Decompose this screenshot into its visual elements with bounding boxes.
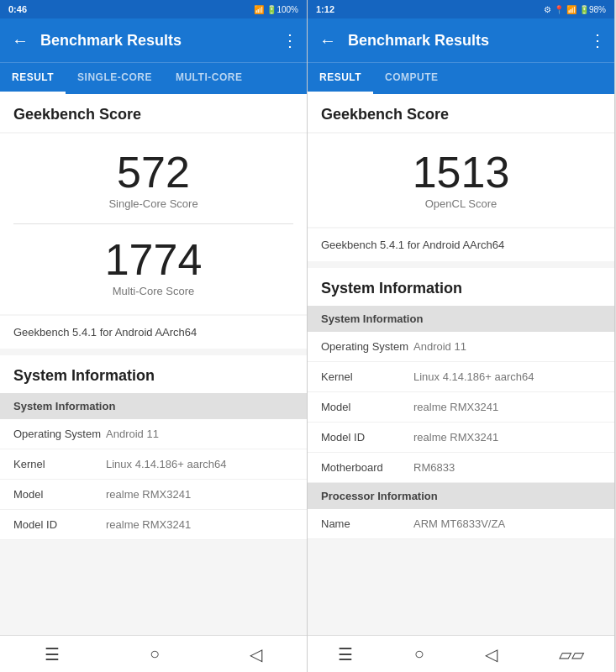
nav-bar-left: ☰ ○ ◁: [0, 635, 307, 672]
single-core-label: Single-Core Score: [108, 197, 197, 210]
sys-info-right: System Information System Information Op…: [308, 268, 614, 539]
info-key-modelid-left: Model ID: [13, 518, 106, 531]
info-row-os-right: Operating System Android 11: [308, 332, 614, 362]
tab-bar-left: RESULT SINGLE-CORE MULTI-CORE: [0, 62, 307, 94]
nav-menu-left[interactable]: ☰: [45, 644, 60, 664]
info-key-model-left: Model: [13, 488, 106, 501]
wifi-icon: 📶: [254, 5, 264, 14]
panel-right: 1:12 ⚙ 📍 📶 🔋98% ← Benchmark Results ⋮ RE…: [308, 0, 615, 672]
geekbench-version-right: Geekbench 5.4.1 for Android AArch64: [308, 228, 614, 261]
info-key-os-right: Operating System: [321, 340, 413, 353]
info-group-header-left: System Information: [0, 393, 307, 419]
back-button-left[interactable]: ←: [8, 28, 32, 54]
geekbench-title-left: Geekbench Score: [13, 106, 293, 123]
info-group-header-right2: Processor Information: [308, 483, 614, 509]
opencl-label: OpenCL Score: [425, 197, 498, 210]
toolbar-right: ← Benchmark Results ⋮: [308, 18, 614, 62]
nav-home-left[interactable]: ○: [150, 644, 160, 664]
tab-result-left[interactable]: RESULT: [0, 63, 66, 94]
info-key-kernel-right: Kernel: [321, 370, 413, 383]
sys-info-title-left: System Information: [0, 355, 307, 393]
sys-info-left: System Information System Information Op…: [0, 355, 307, 540]
status-bar-right: 1:12 ⚙ 📍 📶 🔋98%: [308, 0, 614, 18]
status-time-right: 1:12: [316, 4, 334, 14]
score-section-right: 1513 OpenCL Score: [308, 134, 614, 227]
info-row-motherboard-right: Motherboard RM6833: [308, 453, 614, 483]
info-key-modelid-right: Model ID: [321, 431, 413, 444]
toolbar-left: ← Benchmark Results ⋮: [0, 18, 307, 62]
info-val-os-left: Android 11: [106, 428, 293, 440]
info-val-modelid-right: realme RMX3241: [413, 431, 601, 444]
geekbench-title-right: Geekbench Score: [321, 106, 601, 123]
geekbench-header-right: Geekbench Score: [308, 94, 614, 132]
info-key-kernel-left: Kernel: [13, 458, 106, 470]
opencl-score: 1513: [413, 150, 510, 194]
info-row-modelid-left: Model ID realme RMX3241: [0, 510, 307, 540]
nav-recent-right[interactable]: ▱▱: [559, 644, 584, 664]
location-icon: 📍: [554, 5, 564, 14]
tab-compute[interactable]: COMPUTE: [373, 63, 450, 94]
tab-multi-core[interactable]: MULTI-CORE: [164, 63, 254, 94]
info-val-model-left: realme RMX3241: [106, 488, 293, 501]
sys-info-heading-left: System Information: [13, 367, 293, 385]
info-row-kernel-left: Kernel Linux 4.14.186+ aarch64: [0, 449, 307, 480]
info-row-kernel-right: Kernel Linux 4.14.186+ aarch64: [308, 362, 614, 392]
battery-icon-right: 🔋98%: [579, 5, 606, 14]
sys-info-title-right: System Information: [308, 268, 614, 306]
nav-menu-right[interactable]: ☰: [338, 644, 353, 664]
info-key-model-right: Model: [321, 401, 413, 413]
info-val-model-right: realme RMX3241: [413, 401, 601, 413]
info-val-motherboard-right: RM6833: [413, 461, 601, 474]
sys-info-heading-right: System Information: [321, 280, 601, 297]
tab-bar-right: RESULT COMPUTE: [308, 62, 614, 94]
status-icons-right: ⚙ 📍 📶 🔋98%: [544, 5, 606, 14]
single-core-score: 572: [117, 150, 190, 194]
tab-result-right[interactable]: RESULT: [308, 63, 373, 94]
info-key-motherboard-right: Motherboard: [321, 461, 413, 474]
score-divider: [13, 223, 293, 224]
info-row-model-right: Model realme RMX3241: [308, 392, 614, 423]
settings-icon: ⚙: [544, 5, 551, 14]
menu-button-left[interactable]: ⋮: [282, 30, 298, 50]
toolbar-title-right: Benchmark Results: [348, 32, 581, 50]
info-row-model-left: Model realme RMX3241: [0, 480, 307, 510]
geekbench-version-left: Geekbench 5.4.1 for Android AArch64: [0, 316, 307, 349]
toolbar-title-left: Benchmark Results: [40, 32, 273, 50]
multi-core-label: Multi-Core Score: [113, 285, 195, 297]
nav-back-right[interactable]: ◁: [485, 644, 498, 664]
battery-icon: 🔋100%: [266, 5, 298, 14]
nav-bar-right: ☰ ○ ◁ ▱▱: [308, 635, 614, 672]
wifi-icon-right: 📶: [566, 5, 577, 14]
score-section-left: 572 Single-Core Score 1774 Multi-Core Sc…: [0, 134, 307, 314]
info-key-name-right: Name: [321, 517, 413, 530]
tab-single-core[interactable]: SINGLE-CORE: [66, 63, 164, 94]
menu-button-right[interactable]: ⋮: [589, 30, 606, 50]
multi-core-score: 1774: [105, 238, 203, 281]
status-time-left: 0:46: [8, 4, 27, 14]
info-val-name-right: ARM MT6833V/ZA: [413, 517, 601, 530]
info-val-os-right: Android 11: [413, 340, 601, 353]
status-icons-left: 📶 🔋100%: [254, 5, 298, 14]
info-key-os-left: Operating System: [13, 428, 106, 440]
status-bar-left: 0:46 📶 🔋100%: [0, 0, 307, 18]
info-val-kernel-right: Linux 4.14.186+ aarch64: [413, 370, 601, 383]
nav-home-right[interactable]: ○: [414, 644, 424, 664]
info-row-modelid-right: Model ID realme RMX3241: [308, 423, 614, 453]
info-val-kernel-left: Linux 4.14.186+ aarch64: [106, 458, 293, 470]
content-left: Geekbench Score 572 Single-Core Score 17…: [0, 94, 307, 635]
panel-left: 0:46 📶 🔋100% ← Benchmark Results ⋮ RESUL…: [0, 0, 308, 672]
info-row-name-right: Name ARM MT6833V/ZA: [308, 509, 614, 539]
content-right: Geekbench Score 1513 OpenCL Score Geekbe…: [308, 94, 614, 635]
back-button-right[interactable]: ←: [316, 28, 340, 54]
geekbench-header-left: Geekbench Score: [0, 94, 307, 132]
info-val-modelid-left: realme RMX3241: [106, 518, 293, 531]
info-group-header-right1: System Information: [308, 306, 614, 332]
info-row-os-left: Operating System Android 11: [0, 419, 307, 449]
nav-back-left[interactable]: ◁: [250, 644, 262, 664]
